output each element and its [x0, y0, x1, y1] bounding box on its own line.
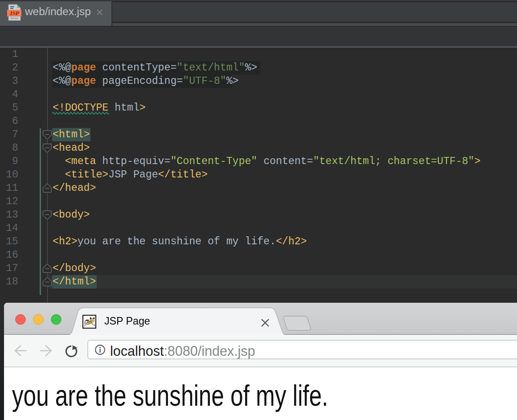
svg-text:JSP: JSP: [9, 10, 19, 16]
